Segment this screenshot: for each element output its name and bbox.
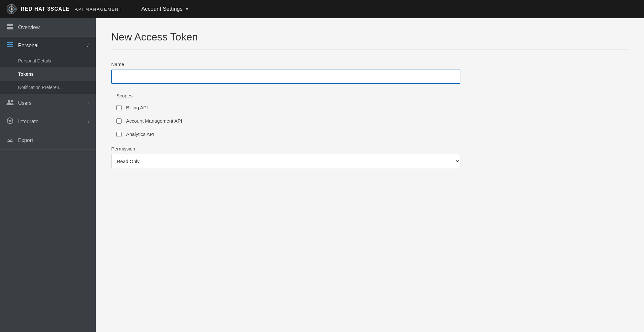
svg-point-10 bbox=[11, 12, 12, 13]
svg-point-19 bbox=[11, 100, 13, 102]
svg-point-8 bbox=[15, 8, 16, 10]
checkbox-group: Billing API Account Management API Analy… bbox=[111, 105, 460, 137]
notification-preferences-label: Notification Preferen... bbox=[18, 85, 63, 90]
brand: RED HAT 3SCALE API MANAGEMENT bbox=[6, 4, 122, 14]
export-icon bbox=[6, 136, 14, 144]
permission-label: Permission bbox=[111, 146, 460, 151]
account-settings-menu[interactable]: Account Settings ▼ bbox=[141, 6, 189, 12]
integrate-icon bbox=[6, 117, 14, 126]
users-icon bbox=[6, 99, 14, 107]
sidebar-sub-item-personal-details[interactable]: Personal Details bbox=[0, 54, 96, 68]
divider bbox=[111, 50, 628, 50]
sidebar-item-users[interactable]: Users › bbox=[0, 94, 96, 112]
account-management-api-checkbox[interactable] bbox=[116, 118, 122, 124]
overview-icon bbox=[6, 23, 14, 31]
personal-details-label: Personal Details bbox=[18, 58, 51, 63]
svg-rect-13 bbox=[7, 27, 10, 29]
name-input[interactable] bbox=[111, 70, 460, 84]
sidebar-item-integrate[interactable]: Integrate › bbox=[0, 112, 96, 131]
personal-chevron-icon: ∨ bbox=[86, 43, 89, 48]
svg-rect-16 bbox=[7, 44, 13, 45]
svg-point-21 bbox=[9, 120, 11, 122]
sidebar: Overview Personal ∨ Personal Details Tok… bbox=[0, 18, 96, 332]
page-title: New Access Token bbox=[111, 31, 628, 43]
account-settings-label: Account Settings bbox=[141, 6, 183, 12]
svg-rect-11 bbox=[7, 24, 10, 26]
svg-point-7 bbox=[11, 5, 12, 6]
sidebar-sub-item-tokens[interactable]: Tokens bbox=[0, 68, 96, 81]
permission-form-group: Permission Read Only Read/Write bbox=[111, 146, 460, 168]
billing-api-checkbox[interactable] bbox=[116, 105, 122, 110]
name-form-group: Name bbox=[111, 61, 460, 84]
tokens-label: Tokens bbox=[18, 72, 34, 77]
sidebar-item-personal[interactable]: Personal ∨ bbox=[0, 37, 96, 54]
svg-rect-14 bbox=[10, 27, 13, 29]
top-nav-menu[interactable]: Account Settings ▼ bbox=[141, 6, 189, 12]
permission-select[interactable]: Read Only Read/Write bbox=[111, 154, 460, 168]
brand-logo bbox=[6, 4, 17, 14]
account-management-api-label[interactable]: Account Management API bbox=[126, 118, 182, 124]
sidebar-sub-personal: Personal Details Tokens Notification Pre… bbox=[0, 54, 96, 94]
billing-api-label[interactable]: Billing API bbox=[126, 105, 148, 110]
top-nav: RED HAT 3SCALE API MANAGEMENT Account Se… bbox=[0, 0, 644, 18]
users-chevron-icon: › bbox=[88, 101, 89, 105]
form-section: Name Scopes Billing API Account Manageme… bbox=[111, 61, 460, 168]
account-settings-dropdown-arrow: ▼ bbox=[185, 7, 189, 11]
sidebar-item-export-label: Export bbox=[18, 138, 89, 143]
sidebar-item-users-label: Users bbox=[18, 100, 83, 106]
integrate-chevron-icon: › bbox=[88, 119, 89, 124]
analytics-api-checkbox[interactable] bbox=[116, 132, 122, 137]
sidebar-item-integrate-label: Integrate bbox=[18, 119, 83, 125]
sidebar-item-overview-label: Overview bbox=[18, 25, 89, 30]
brand-sub: API MANAGEMENT bbox=[75, 7, 122, 12]
layout: Overview Personal ∨ Personal Details Tok… bbox=[0, 18, 644, 332]
sidebar-sub-item-notification-preferences[interactable]: Notification Preferen... bbox=[0, 81, 96, 94]
scopes-label: Scopes bbox=[111, 93, 460, 98]
scopes-form-group: Scopes Billing API Account Management AP… bbox=[111, 93, 460, 137]
sidebar-item-export[interactable]: Export bbox=[0, 131, 96, 150]
svg-rect-12 bbox=[10, 24, 13, 26]
svg-rect-17 bbox=[7, 46, 13, 47]
main-content: New Access Token Name Scopes Billing API bbox=[96, 18, 644, 332]
checkbox-item-billing-api: Billing API bbox=[116, 105, 460, 110]
checkbox-item-analytics-api: Analytics API bbox=[116, 131, 460, 137]
svg-point-18 bbox=[8, 100, 10, 103]
name-label: Name bbox=[111, 61, 460, 67]
svg-point-2 bbox=[11, 8, 13, 10]
sidebar-item-overview[interactable]: Overview bbox=[0, 18, 96, 37]
sidebar-item-personal-label: Personal bbox=[18, 43, 81, 49]
svg-rect-15 bbox=[7, 42, 13, 43]
brand-name: RED HAT 3SCALE bbox=[21, 6, 70, 12]
analytics-api-label[interactable]: Analytics API bbox=[126, 131, 155, 137]
checkbox-item-account-management-api: Account Management API bbox=[116, 118, 460, 124]
personal-icon bbox=[6, 42, 14, 49]
svg-point-9 bbox=[7, 8, 9, 10]
